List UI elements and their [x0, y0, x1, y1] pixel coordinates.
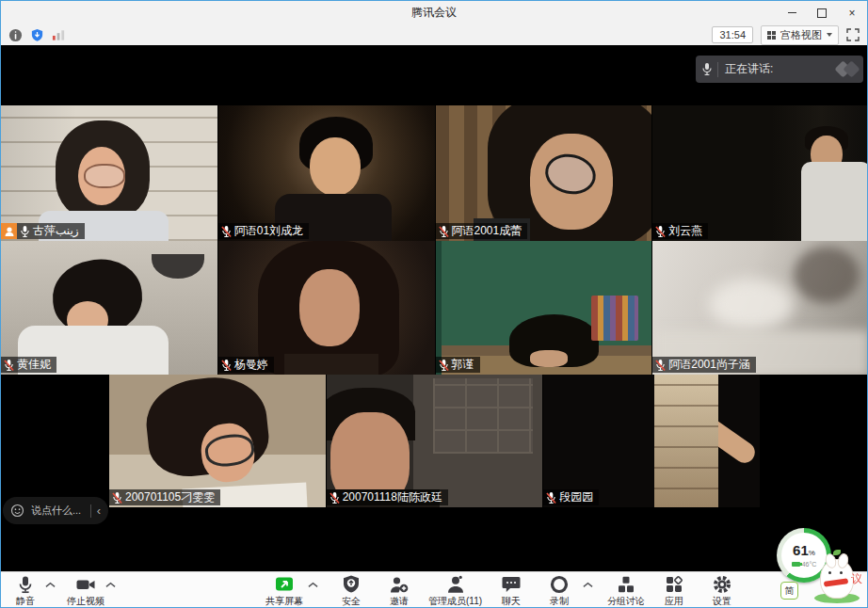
- settings-gear-icon: [712, 574, 732, 595]
- breakout-rooms-icon: [616, 574, 636, 595]
- microphone-icon: [15, 574, 36, 595]
- shield-icon: [341, 574, 362, 595]
- chat-placeholder[interactable]: 说点什么...: [31, 504, 81, 518]
- video-options-chevron[interactable]: [105, 582, 116, 588]
- mic-status-icon: [20, 225, 30, 238]
- mic-status-icon: [4, 359, 14, 372]
- participant-video[interactable]: 刘云燕: [652, 105, 867, 241]
- participant-video[interactable]: 杨曼婷: [218, 241, 435, 375]
- mascot-text: 议: [851, 571, 862, 587]
- minimize-button[interactable]: [777, 1, 807, 24]
- participant-video[interactable]: 古萍زينب: [1, 105, 217, 241]
- grid-view-button[interactable]: 宫格视图: [761, 25, 839, 45]
- camera-icon: [75, 574, 96, 595]
- participant-video[interactable]: 200701105刁雯雯: [109, 375, 326, 507]
- participant-video[interactable]: 200701118陆陈政廷: [327, 375, 543, 507]
- mascot-scarf: [824, 578, 849, 587]
- mic-status-icon: [330, 491, 340, 504]
- participant-name: 200701105刁雯雯: [125, 489, 215, 505]
- participant-name: 古萍زينب: [33, 223, 79, 239]
- mic-status-icon: [221, 359, 232, 372]
- mic-status-icon: [112, 491, 122, 504]
- mascot-body: [820, 559, 854, 599]
- battery-icon: [792, 562, 800, 567]
- mic-status-icon: [546, 491, 556, 504]
- network-signal-icon[interactable]: [52, 29, 66, 40]
- meeting-topbar: 31:54 宫格视图: [1, 24, 867, 45]
- stop-video-button[interactable]: 停止视频: [67, 574, 104, 608]
- meeting-toolbar: 静音 停止视频 共享屏幕 安全: [1, 571, 867, 608]
- mic-status-icon: [439, 359, 449, 372]
- video-stage: 正在讲话: 古萍زينب 阿语01刘成龙: [1, 45, 867, 571]
- mute-options-chevron[interactable]: [45, 582, 56, 588]
- participant-video[interactable]: 阿语01刘成龙: [218, 105, 435, 241]
- invite-person-icon: [389, 574, 410, 595]
- participant-name: 杨曼婷: [234, 357, 268, 373]
- meeting-timer: 31:54: [712, 26, 753, 43]
- participant-video[interactable]: 郭谨: [436, 241, 652, 375]
- manage-members-button[interactable]: 管理成员(11): [428, 574, 482, 608]
- share-options-chevron[interactable]: [308, 582, 318, 588]
- title-bar: 腾讯会议 ×: [1, 1, 867, 24]
- battery-widget[interactable]: 61% 46°C 简 议: [775, 528, 863, 605]
- collapse-chat-arrow[interactable]: ‹: [97, 504, 101, 517]
- window-title: 腾讯会议: [411, 5, 457, 21]
- record-button[interactable]: 录制: [540, 574, 578, 608]
- battery-percent: 61: [793, 542, 809, 558]
- maximize-icon: [817, 8, 827, 18]
- meeting-window: 腾讯会议 × 31:54 宫格视图: [0, 0, 868, 608]
- info-icon[interactable]: [8, 28, 23, 42]
- grid-view-icon: [767, 31, 776, 40]
- participant-video[interactable]: 阿语2001成蕾: [436, 105, 652, 241]
- maximize-button[interactable]: [807, 1, 837, 24]
- chat-bubble-icon: [501, 574, 522, 595]
- record-options-chevron[interactable]: [583, 582, 593, 588]
- share-screen-icon: [274, 574, 295, 595]
- participant-name: 阿语2001尚子涵: [668, 357, 750, 373]
- chat-button[interactable]: 聊天: [492, 574, 530, 608]
- participant-name: 黄佳妮: [17, 357, 51, 373]
- speaking-indicator: 正在讲话:: [696, 56, 863, 83]
- participant-name: 刘云燕: [668, 223, 702, 239]
- participant-name: 阿语2001成蕾: [452, 223, 522, 239]
- mascot-bubble: 简: [780, 582, 798, 600]
- participant-name: 段园园: [559, 489, 593, 505]
- microphone-icon: [701, 62, 713, 76]
- invite-button[interactable]: 邀请: [380, 574, 418, 608]
- mic-status-icon: [221, 225, 232, 238]
- speaker-avatars: [837, 63, 858, 75]
- members-icon: [445, 574, 466, 595]
- security-button[interactable]: 安全: [332, 574, 370, 608]
- breakout-rooms-button[interactable]: 分组讨论: [607, 574, 645, 608]
- mic-status-icon: [655, 225, 666, 238]
- host-badge: [1, 223, 17, 239]
- participant-name: 阿语01刘成龙: [234, 223, 303, 239]
- participant-name: 郭谨: [452, 357, 474, 373]
- mute-button[interactable]: 静音: [7, 574, 44, 608]
- speaking-label: 正在讲话:: [725, 61, 773, 77]
- security-shield-icon[interactable]: [30, 28, 44, 42]
- record-circle-icon: [549, 574, 570, 595]
- apps-grid-icon: [664, 574, 684, 595]
- participant-video[interactable]: 段园园: [543, 375, 760, 507]
- minimize-icon: [788, 12, 796, 13]
- participant-video[interactable]: 黄佳妮: [1, 241, 217, 375]
- mic-status-icon: [655, 359, 666, 372]
- chat-quick-input[interactable]: 说点什么... ‹: [3, 497, 108, 524]
- settings-button[interactable]: 设置: [703, 574, 741, 608]
- participant-video[interactable]: 阿语2001尚子涵: [652, 241, 867, 375]
- close-button[interactable]: ×: [837, 1, 867, 24]
- fullscreen-button[interactable]: [846, 28, 860, 41]
- emoji-icon[interactable]: [10, 504, 24, 518]
- chevron-down-icon: [827, 33, 832, 37]
- mascot: 议: [812, 551, 861, 603]
- mic-status-icon: [439, 225, 449, 238]
- participant-name: 200701118陆陈政廷: [343, 489, 442, 505]
- apps-button[interactable]: 应用: [655, 574, 693, 608]
- share-screen-button[interactable]: 共享屏幕: [265, 574, 303, 608]
